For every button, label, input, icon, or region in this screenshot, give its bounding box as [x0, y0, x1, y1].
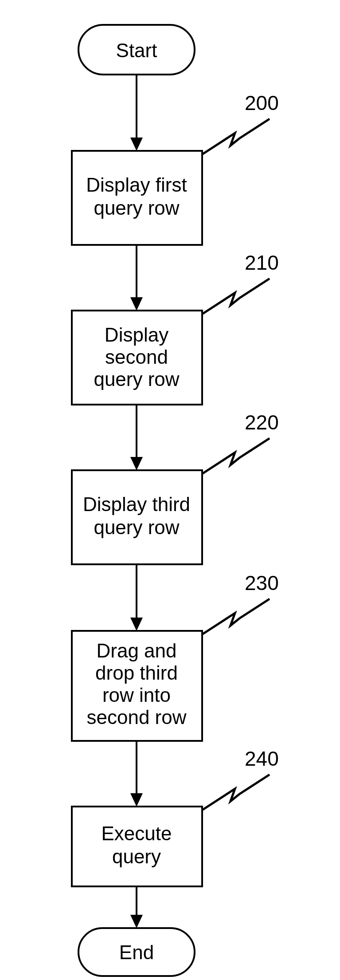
reference-number: 200	[245, 91, 279, 114]
terminator-end-label: End	[119, 941, 154, 963]
process-box: Display third query row	[72, 470, 202, 564]
process-text-line: Drag and	[96, 640, 176, 661]
process-text-line: drop third	[95, 662, 178, 684]
reference-callout: 230	[202, 571, 279, 634]
reference-number: 240	[245, 747, 279, 770]
process-box: Display first query row	[72, 151, 202, 245]
process-text-line: query row	[94, 516, 179, 538]
svg-marker-8	[130, 457, 143, 470]
process-text-line: query	[112, 846, 161, 867]
reference-number: 210	[245, 251, 279, 274]
svg-marker-11	[130, 618, 143, 631]
process-text-line: Execute	[102, 823, 172, 844]
flow-arrow	[130, 75, 143, 151]
svg-marker-14	[130, 793, 143, 807]
process-text-line: Display third	[83, 493, 190, 515]
flow-arrow	[130, 741, 143, 807]
process-box: Display second query row	[72, 311, 202, 405]
flow-arrow	[130, 564, 143, 631]
flow-arrow	[130, 405, 143, 470]
terminator-start: Start	[78, 25, 195, 75]
process-text-line: second	[105, 346, 168, 368]
reference-callout: 220	[202, 411, 279, 474]
process-text-line: query row	[94, 197, 179, 219]
reference-number: 220	[245, 411, 279, 434]
process-text-line: row into	[102, 684, 171, 706]
terminator-start-label: Start	[116, 39, 157, 61]
process-box: Execute query	[72, 807, 202, 886]
process-text-line: Display	[105, 324, 168, 346]
process-box: Drag and drop third row into second row	[72, 631, 202, 741]
flowchart-diagram: Start Display first query row 200 Displa…	[0, 0, 340, 980]
process-text-line: second row	[86, 706, 186, 728]
flow-arrow	[130, 245, 143, 311]
reference-number: 230	[245, 571, 279, 594]
terminator-end: End	[78, 928, 195, 976]
svg-marker-17	[130, 915, 143, 928]
reference-callout: 210	[202, 251, 279, 314]
flow-arrow	[130, 886, 143, 928]
svg-marker-2	[130, 138, 143, 151]
svg-marker-5	[130, 297, 143, 311]
process-text-line: query row	[94, 368, 179, 390]
reference-callout: 240	[202, 747, 279, 810]
reference-callout: 200	[202, 91, 279, 154]
process-text-line: Display first	[86, 174, 187, 196]
